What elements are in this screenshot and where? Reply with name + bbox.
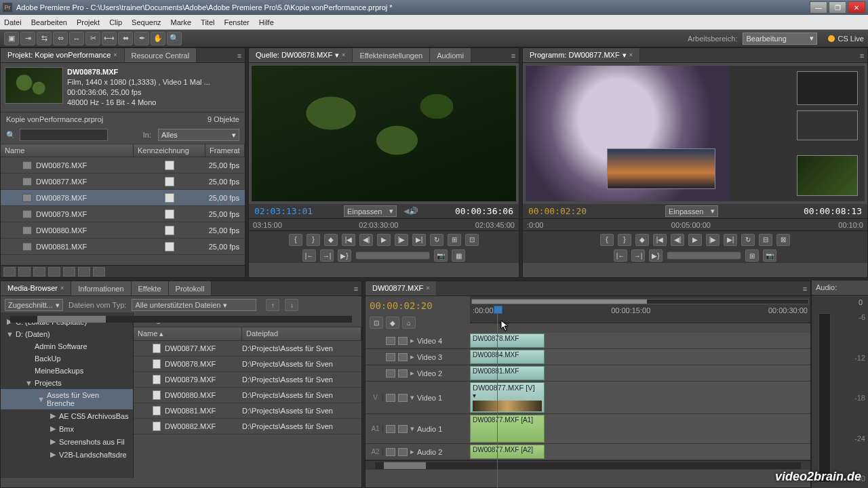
- mark-out-button[interactable]: }: [307, 234, 320, 246]
- snap-button[interactable]: ⊡: [370, 317, 383, 329]
- go-to-in-button[interactable]: |◀: [653, 234, 667, 246]
- program-zoom-dropdown[interactable]: Einpassen▾: [665, 205, 718, 217]
- chevron-right-icon[interactable]: ▸: [410, 352, 414, 361]
- track-v2[interactable]: DW00881.MXF: [470, 365, 810, 382]
- clip[interactable]: DW00877.MXF [V] ▾: [470, 382, 545, 413]
- selection-tool[interactable]: ▣: [4, 32, 19, 45]
- twisty-icon[interactable]: ▼: [25, 379, 32, 387]
- tab-effect-controls[interactable]: Effekteinstellungen: [353, 48, 430, 62]
- tab-program[interactable]: Programm: DW00877.MXF▾×: [523, 48, 640, 62]
- close-icon[interactable]: ×: [426, 285, 429, 291]
- chevron-right-icon[interactable]: ▸: [410, 336, 414, 345]
- lock-icon[interactable]: [398, 337, 408, 345]
- project-row[interactable]: DW00879.MXF25,00 fps: [1, 206, 245, 222]
- program-timecode[interactable]: 00:00:02:20: [528, 206, 587, 216]
- go-to-out-button[interactable]: ▶|: [412, 234, 426, 246]
- zoom-tool[interactable]: 🔍: [167, 32, 182, 45]
- view-type-dropdown[interactable]: Zugeschnitt...▾: [5, 299, 63, 311]
- col-path[interactable]: Dateipfad: [242, 327, 361, 340]
- label-swatch[interactable]: [165, 161, 174, 170]
- export-frame-button[interactable]: 📷: [434, 249, 448, 262]
- tree-item[interactable]: ▶AE CS5 ArchivosBas: [1, 409, 133, 422]
- play-button[interactable]: ▶: [377, 234, 391, 246]
- eye-icon[interactable]: [386, 394, 395, 402]
- close-icon[interactable]: ×: [113, 52, 117, 58]
- twisty-icon[interactable]: ▼: [37, 395, 44, 403]
- trim-button[interactable]: ⊞: [745, 249, 759, 262]
- panel-menu-icon[interactable]: ≡: [800, 285, 810, 293]
- chevron-down-icon[interactable]: ▾: [623, 51, 627, 60]
- clip[interactable]: DW00877.MXF [A2]: [470, 445, 545, 459]
- menu-datei[interactable]: Datei: [4, 18, 22, 26]
- clip[interactable]: DW00877.MXF [A1]: [470, 415, 545, 443]
- project-row[interactable]: DW00876.MXF25,00 fps: [1, 157, 245, 174]
- speaker-icon[interactable]: [386, 448, 395, 456]
- panel-menu-icon[interactable]: ≡: [351, 285, 361, 293]
- eye-icon[interactable]: [386, 369, 395, 378]
- tree-item[interactable]: ▼Projects: [1, 377, 133, 389]
- chevron-down-icon[interactable]: ▾: [410, 424, 414, 433]
- mark-out-button[interactable]: }: [618, 234, 631, 246]
- chevron-down-icon[interactable]: ▾: [410, 393, 414, 402]
- step-back-button[interactable]: ◀|: [359, 234, 373, 246]
- step-forward-button[interactable]: |▶: [706, 234, 719, 246]
- col-name[interactable]: Name: [1, 144, 134, 157]
- tree-item[interactable]: ▶V2B-Landschaftsdre: [1, 448, 133, 461]
- go-to-out-button[interactable]: ▶|: [724, 234, 737, 246]
- loop-button[interactable]: ↻: [741, 234, 755, 246]
- eye-icon[interactable]: [386, 337, 395, 345]
- tab-media-browser[interactable]: Media-Browser×: [1, 281, 71, 296]
- extract-button[interactable]: ⊠: [776, 234, 790, 246]
- search-input[interactable]: [20, 129, 108, 141]
- tab-audio[interactable]: Audio:: [812, 281, 868, 296]
- panel-menu-icon[interactable]: ≡: [234, 52, 245, 60]
- tree-item[interactable]: ▶Screenshots aus Fil: [1, 435, 133, 448]
- project-row[interactable]: DW00880.MXF25,00 fps: [1, 222, 245, 239]
- track-a1[interactable]: DW00877.MXF [A1]: [470, 414, 810, 444]
- eye-icon[interactable]: [386, 353, 395, 361]
- col-framerate[interactable]: Framerat: [205, 144, 245, 157]
- automate-button[interactable]: [33, 267, 45, 277]
- close-icon[interactable]: ×: [342, 52, 345, 58]
- source-zoom-dropdown[interactable]: Einpassen▾: [344, 205, 397, 217]
- track-header-a1[interactable]: A1▾Audio 1: [366, 414, 470, 444]
- col-name[interactable]: Name ▴: [134, 327, 242, 340]
- program-video[interactable]: [526, 66, 865, 201]
- clip[interactable]: DW00878.MXF: [470, 333, 545, 348]
- track-a2[interactable]: DW00877.MXF [A2]: [470, 444, 810, 460]
- icon-view-button[interactable]: [18, 267, 31, 277]
- clip[interactable]: DW00884.MXF: [470, 350, 545, 364]
- set-marker-button[interactable]: ◆: [635, 234, 649, 246]
- h-scrollbar[interactable]: [1, 314, 361, 323]
- label-swatch[interactable]: [165, 193, 174, 203]
- prev-edit-button[interactable]: |←: [302, 249, 316, 262]
- mark-in-button[interactable]: {: [600, 234, 614, 246]
- down-button[interactable]: ↓: [285, 299, 298, 311]
- track-header-a2[interactable]: A2▸Audio 2: [366, 444, 470, 460]
- speaker-icon[interactable]: [386, 425, 395, 433]
- close-icon[interactable]: ×: [60, 285, 64, 291]
- lock-icon[interactable]: [398, 448, 408, 456]
- export-frame-button[interactable]: 📷: [763, 249, 776, 262]
- hand-tool[interactable]: ✋: [151, 32, 165, 45]
- menu-clip[interactable]: Clip: [109, 18, 122, 26]
- lock-icon[interactable]: [398, 369, 408, 378]
- shuttle-slider[interactable]: [667, 251, 741, 260]
- track-v3[interactable]: DW00884.MXF: [470, 349, 810, 365]
- tab-informationen[interactable]: Informationen: [71, 281, 131, 296]
- menu-bearbeiten[interactable]: Bearbeiten: [31, 18, 67, 26]
- timeline-timecode[interactable]: 00:00:02:20: [370, 300, 466, 311]
- file-row[interactable]: DW00879.MXFD:\Projects\Assets für Sven: [134, 372, 361, 388]
- twisty-icon[interactable]: ▼: [6, 330, 13, 338]
- label-swatch[interactable]: [165, 242, 174, 251]
- tab-effekte[interactable]: Effekte: [132, 281, 169, 296]
- workspace-dropdown[interactable]: Bearbeitung▾: [743, 33, 817, 45]
- close-button[interactable]: ✕: [848, 1, 865, 14]
- file-row[interactable]: DW00882.MXFD:\Projects\Assets für Sven: [134, 419, 361, 434]
- track-header-v3[interactable]: ▸Video 3: [366, 349, 470, 365]
- next-edit-button[interactable]: →|: [631, 249, 645, 262]
- timeline-ruler[interactable]: :00:0000:00:15:0000:00:30:00: [470, 296, 810, 323]
- overwrite-button[interactable]: ⊡: [465, 234, 479, 246]
- safe-margins-button[interactable]: ▦: [452, 249, 465, 262]
- twisty-icon[interactable]: ▶: [50, 437, 56, 446]
